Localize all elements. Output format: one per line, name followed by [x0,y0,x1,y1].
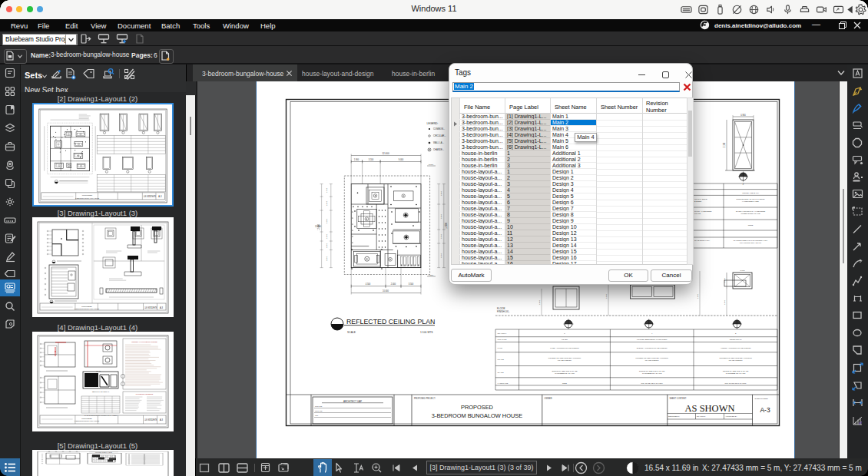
svg-text:COMMON...: COMMON... [433,127,446,131]
svg-text:3.500: 3.500 [409,283,414,286]
svg-text:TIMBER DOOR FRAME: TIMBER DOOR FRAME [741,213,760,214]
svg-text:FRAME WINDOW: FRAME WINDOW [645,359,660,361]
svg-text:DESIGNED BY: DESIGNED BY [668,415,680,417]
svg-text:3-BEDROOM BUNGALOW HOUSE: 3-BEDROOM BUNGALOW HOUSE [75,308,100,309]
svg-text:CHANDE...: CHANDE... [433,148,444,151]
svg-text:THICKNESS TO AS 4 MM: THICKNESS TO AS 4 MM [726,372,746,374]
svg-text:FRAME WINDOW: FRAME WINDOW [558,359,572,361]
svg-text:REFLECTED CEILING PLAN: REFLECTED CEILING PLAN [346,318,435,326]
svg-text:LEGEND:: LEGEND: [427,122,439,125]
svg-text:12.000: 12.000 [317,223,320,230]
svg-text:SLIDING, ALUMINUM FRAME WINDOW: SLIDING, ALUMINUM FRAME WINDOW [637,347,668,349]
svg-text:12.000: 12.000 [382,152,389,155]
svg-text:12.000: 12.000 [445,222,448,228]
svg-text:FRAME: FRAME [498,359,505,361]
svg-text:CIRCULAR...: CIRCULAR... [433,134,446,137]
svg-text:FRAME WINDOW: FRAME WINDOW [729,359,744,361]
svg-text:THICKNESS TO AS 4 MM: THICKNESS TO AS 4 MM [555,372,575,374]
svg-text:50 mm x 100 mm THK. HARDWOOD: 50 mm x 100 mm THK. HARDWOOD [736,210,765,212]
svg-text:PROPOSED PROJECT:: PROPOSED PROJECT: [414,397,436,400]
svg-text:D DOOR: D DOOR [694,200,702,202]
svg-text:PTR NO.: PTR NO. [315,405,323,408]
svg-text:PROPOSED: PROPOSED [461,404,493,411]
svg-text:LOCATION: LOCATION [498,339,507,341]
svg-text:AS SHOWN: AS SHOWN [685,403,735,414]
svg-text:HARDWARE: HARDWARE [498,382,509,385]
svg-text:WITH UNIQUE LOCK AND KEY: WITH UNIQUE LOCK AND KEY [740,242,762,243]
svg-text:A-3: A-3 [158,195,162,198]
svg-text:9.000: 9.000 [399,158,404,161]
svg-text:FIXED, ALUMINUM FRAME WINDOW: FIXED, ALUMINUM FRAME WINDOW [550,347,580,349]
svg-text:DRAWN BY: DRAWN BY [697,415,706,417]
svg-text:SHEET NUMBER: SHEET NUMBER [755,398,769,399]
svg-text:4.000: 4.000 [326,218,328,223]
svg-text:2.000: 2.000 [391,283,396,286]
svg-text:GLASS: GLASS [498,372,504,374]
svg-text:0.900: 0.900 [740,114,746,117]
svg-text:STYLE DOOR LATCH: STYLE DOOR LATCH [694,240,710,241]
svg-text:1: 1 [564,332,565,335]
svg-text:A-3: A-3 [160,418,164,421]
svg-text:4: 4 [651,332,653,335]
svg-text:TYPE: TYPE [498,347,503,349]
svg-text:2: 2 [743,183,744,186]
svg-text:POWDER COATED FINISHED ALUMINU: POWDER COATED FINISHED ALUMINUM [636,357,669,359]
svg-text:FRAME: FRAME [694,213,701,214]
svg-text:SINGLE GLAZED CLEAR GLASS: SINGLE GLAZED CLEAR GLASS [639,370,665,372]
svg-text:NONE: NONE [562,382,567,384]
svg-text:PRC NO.: PRC NO. [315,410,323,412]
svg-text:10.000: 10.000 [383,289,389,293]
svg-text:3.300: 3.300 [326,256,328,261]
svg-text:AS SHOWN: AS SHOWN [144,195,157,198]
svg-text:0.300: 0.300 [429,274,434,276]
svg-text:1.500: 1.500 [326,233,328,239]
svg-text:0.900: 0.900 [605,293,608,299]
svg-text:NONE: NONE [748,224,754,226]
svg-text:4.500: 4.500 [366,283,371,286]
svg-text:A-3: A-3 [160,306,164,309]
svg-text:1.600: 1.600 [326,243,328,248]
svg-text:HARDWOOD PANEL: HARDWOOD PANEL [742,200,760,202]
svg-text:OWNER:: OWNER: [545,397,553,400]
svg-text:MINI. STANDARD SASH LOCK: MINI. STANDARD SASH LOCK [724,382,747,384]
svg-text:ARCHITECT UAP: ARCHITECT UAP [343,400,362,403]
svg-text:SEPTIC TANK DETAIL: SEPTIC TANK DETAIL [92,391,110,392]
svg-text:STAINLESS STEEL LIGHT STYLE DO: STAINLESS STEEL LIGHT STYLE DOOR LATCH [734,240,768,241]
svg-text:PLUMBING LEGENDS: PLUMBING LEGENDS [136,393,154,395]
svg-text:TOILET & BATH: TOILET & BATH [730,339,742,340]
svg-text:APPROVED BY: APPROVED BY [725,415,737,417]
svg-text:SHEET CONTENT:: SHEET CONTENT: [670,397,687,400]
svg-text:POWDER COATED FINISHED ALUMINU: POWDER COATED FINISHED ALUMINUM [548,357,581,359]
svg-text:TIN:: TIN: [315,415,319,417]
svg-text:THICKNESS TO AS 4 MM: THICKNESS TO AS 4 MM [642,372,662,374]
svg-text:1.450: 1.450 [440,253,442,258]
svg-text:SINGLE GLAZED CLEAR GLASS: SINGLE GLAZED CLEAR GLASS [552,370,578,372]
svg-text:2.200: 2.200 [440,190,442,196]
svg-text:MM THK SOLID: MM THK SOLID [694,198,707,200]
svg-text:A-3: A-3 [760,406,770,414]
svg-text:MINI. STANDARD SASH LOCK: MINI. STANDARD SASH LOCK [641,382,664,384]
svg-text:1.900: 1.900 [354,158,359,161]
svg-text:1.735: 1.735 [326,187,328,193]
svg-text:1.500: 1.500 [697,293,699,299]
svg-text:AWNING, ALUMINUM FRAME WINDOW: AWNING, ALUMINUM FRAME WINDOW [721,347,752,349]
svg-text:1:100 MTS: 1:100 MTS [420,331,433,334]
svg-text:2.000: 2.000 [429,164,434,166]
svg-text:3-BEDROOM BUNGALOW HOUSE: 3-BEDROOM BUNGALOW HOUSE [432,412,522,419]
svg-text:2.100: 2.100 [723,142,726,147]
svg-text:3.700: 3.700 [440,233,442,239]
svg-text:KITCHEN, BEDROOMS, LIVING ROOM: KITCHEN, BEDROOMS, LIVING ROOM [637,339,668,341]
svg-text:AS SHOWN: AS SHOWN [144,306,157,309]
svg-text:TOILET AND BATH: TOILET AND BATH [742,192,759,194]
svg-text:GENERAL PLUMBING NOTES: GENERAL PLUMBING NOTES [131,341,157,343]
svg-text:AS SHOWN: AS SHOWN [144,418,157,421]
svg-text:3-BEDROOM BUNGALOW HOUSE: 3-BEDROOM BUNGALOW HOUSE [75,420,100,421]
svg-text:SCALE: SCALE [347,331,356,334]
svg-text:3-BEDROOM BUNGALOW HOUSE: 3-BEDROOM BUNGALOW HOUSE [75,197,100,199]
svg-text:FOYER: FOYER [562,339,568,340]
svg-text:3.300: 3.300 [440,213,442,219]
svg-text:ILLUMINATION LAYOUT: ILLUMINATION LAYOUT [95,452,112,453]
svg-text:M THK. HARDWOOD: M THK. HARDWOOD [694,210,712,212]
svg-text:1.500: 1.500 [724,299,726,305]
svg-text:2: 2 [735,332,737,335]
